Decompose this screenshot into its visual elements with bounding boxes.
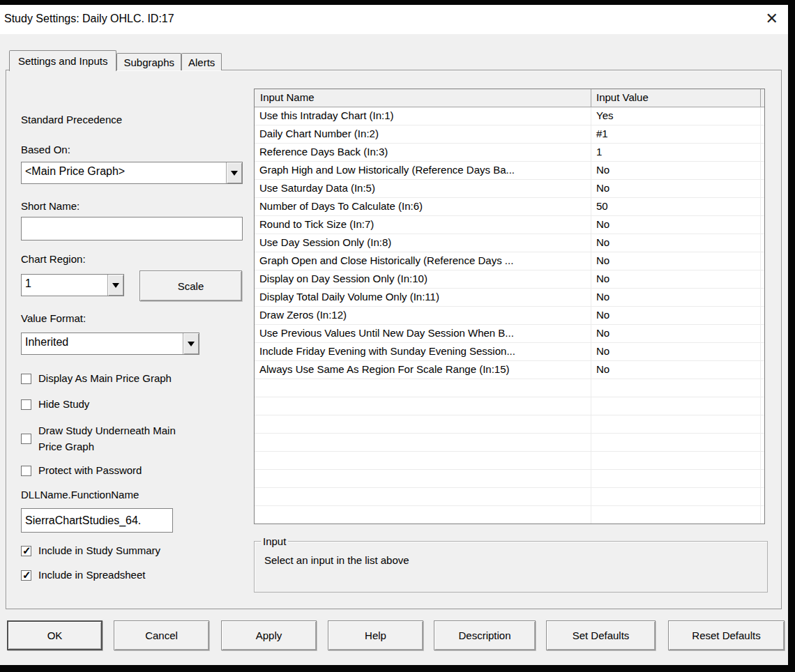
row-filler: [761, 506, 764, 524]
input-value-cell: [591, 434, 761, 451]
row-filler: [761, 216, 764, 234]
table-row[interactable]: [255, 506, 764, 524]
row-filler: [761, 415, 764, 433]
checkbox-label: Hide Study: [38, 397, 89, 411]
input-name-cell: Number of Days To Calculate (In:6): [255, 198, 591, 215]
tab-bar: Settings and Inputs Subgraphs Alerts: [9, 50, 222, 70]
input-value-cell: No: [591, 234, 761, 252]
row-filler: [761, 198, 764, 215]
checkbox-box[interactable]: [21, 546, 31, 556]
row-filler: [761, 307, 764, 324]
column-header-input-name[interactable]: Input Name: [255, 89, 591, 107]
table-row[interactable]: Use Saturday Data (In:5)No: [255, 180, 764, 198]
table-row[interactable]: Graph High and Low Historically (Referen…: [255, 162, 764, 180]
scale-button[interactable]: Scale: [139, 270, 242, 301]
input-value-cell: No: [591, 343, 761, 360]
table-row[interactable]: Reference Days Back (In:3)1: [255, 144, 764, 162]
value-format-value: Inherited: [22, 333, 183, 354]
table-row[interactable]: Use Previous Values Until New Day Sessio…: [255, 325, 764, 343]
based-on-value: <Main Price Graph>: [22, 162, 226, 183]
dll-function-name-label: DLLName.FunctionName: [21, 489, 139, 501]
checkbox-include-in-spreadsheet[interactable]: Include in Spreadsheet: [21, 568, 145, 582]
window-title: Study Settings: Daily OHLC. ID:17: [4, 13, 174, 25]
table-row[interactable]: [255, 379, 764, 397]
input-name-cell: [255, 379, 591, 397]
apply-button[interactable]: Apply: [221, 620, 317, 650]
tab-alerts[interactable]: Alerts: [181, 53, 222, 70]
table-row[interactable]: Daily Chart Number (In:2)#1: [255, 125, 764, 144]
table-row[interactable]: Round to Tick Size (In:7)No: [255, 216, 764, 234]
checkbox-hide-study[interactable]: Hide Study: [21, 397, 89, 411]
table-row[interactable]: Use Day Session Only (In:8)No: [255, 234, 764, 252]
row-filler: [761, 162, 764, 179]
ok-button[interactable]: OK: [7, 620, 103, 650]
table-row[interactable]: [255, 415, 764, 434]
study-settings-dialog: Study Settings: Daily OHLC. ID:17 ✕ Sett…: [0, 5, 788, 665]
checkbox-display-as-main-price-graph[interactable]: Display As Main Price Graph: [21, 372, 172, 385]
input-groupbox-label: Input: [261, 535, 288, 547]
input-name-cell: [255, 415, 591, 433]
table-row[interactable]: Graph Open and Close Historically (Refer…: [255, 252, 764, 270]
input-name-cell: [255, 470, 591, 487]
table-row[interactable]: [255, 397, 764, 415]
table-row[interactable]: Draw Zeros (In:12)No: [255, 307, 764, 325]
based-on-label: Based On:: [21, 144, 70, 155]
input-value-cell: 1: [591, 144, 761, 161]
chart-region-value: 1: [22, 275, 107, 296]
input-name-cell: Reference Days Back (In:3): [255, 144, 591, 161]
set-defaults-button[interactable]: Set Defaults: [546, 620, 656, 650]
input-value-cell: No: [591, 162, 761, 179]
checkbox-protect-with-password[interactable]: Protect with Password: [21, 464, 142, 478]
row-filler: [761, 125, 764, 143]
chevron-down-icon[interactable]: [226, 162, 242, 183]
input-name-cell: Always Use Same As Region For Scale Rang…: [255, 361, 591, 379]
checkbox-box[interactable]: [21, 466, 31, 476]
table-row[interactable]: Use this Intraday Chart (In:1)Yes: [255, 107, 764, 125]
input-value-cell: No: [591, 307, 761, 324]
table-row[interactable]: [255, 470, 764, 488]
tab-settings-and-inputs[interactable]: Settings and Inputs: [9, 50, 116, 71]
description-button-label: Description: [458, 629, 510, 641]
chart-region-select[interactable]: 1: [21, 274, 124, 296]
description-button[interactable]: Description: [434, 620, 536, 650]
short-name-label: Short Name:: [21, 200, 80, 212]
row-filler: [761, 234, 764, 252]
table-row[interactable]: [255, 434, 764, 452]
checkbox-box[interactable]: [21, 374, 31, 384]
tab-subgraphs[interactable]: Subgraphs: [116, 53, 181, 70]
reset-defaults-button[interactable]: Reset Defaults: [668, 620, 785, 650]
row-filler: [761, 434, 764, 451]
row-filler: [761, 144, 764, 161]
chevron-down-icon[interactable]: [107, 275, 123, 296]
checkbox-box[interactable]: [21, 399, 31, 410]
checkbox-draw-study-underneath[interactable]: Draw Study Underneath Main Price Graph: [21, 422, 178, 455]
column-header-input-value[interactable]: Input Value: [591, 89, 761, 107]
table-row[interactable]: Display on Day Session Only (In:10)No: [255, 270, 764, 289]
table-row[interactable]: Display Total Daily Volume Only (In:11)N…: [255, 289, 764, 307]
title-bar: Study Settings: Daily OHLC. ID:17 ✕: [0, 5, 788, 34]
table-row[interactable]: Include Friday Evening with Sunday Eveni…: [255, 343, 764, 361]
input-name-cell: Draw Zeros (In:12): [255, 307, 591, 324]
cancel-button[interactable]: Cancel: [114, 620, 209, 650]
table-row[interactable]: Always Use Same As Region For Scale Rang…: [255, 361, 764, 379]
short-name-input[interactable]: [21, 217, 243, 240]
table-row[interactable]: [255, 488, 764, 506]
row-filler: [761, 452, 764, 469]
checkbox-box[interactable]: [21, 570, 31, 581]
chevron-down-icon[interactable]: [183, 333, 199, 354]
based-on-select[interactable]: <Main Price Graph>: [21, 162, 243, 184]
close-icon[interactable]: ✕: [766, 9, 778, 29]
checkbox-include-in-study-summary[interactable]: Include in Study Summary: [21, 544, 160, 558]
table-row[interactable]: Number of Days To Calculate (In:6)50: [255, 198, 764, 216]
dialog-body: Settings and Inputs Subgraphs Alerts Sta…: [0, 34, 788, 665]
help-button[interactable]: Help: [328, 620, 423, 650]
checkbox-box[interactable]: [21, 434, 31, 444]
dll-function-name-input[interactable]: [21, 508, 173, 533]
input-value-cell: No: [591, 180, 761, 197]
row-filler: [761, 379, 764, 397]
table-row[interactable]: [255, 452, 764, 470]
checkbox-label: Protect with Password: [38, 464, 142, 478]
inputs-table: Input Name Input Value Use this Intraday…: [254, 89, 765, 524]
input-value-cell: [591, 452, 761, 469]
value-format-select[interactable]: Inherited: [21, 333, 199, 355]
